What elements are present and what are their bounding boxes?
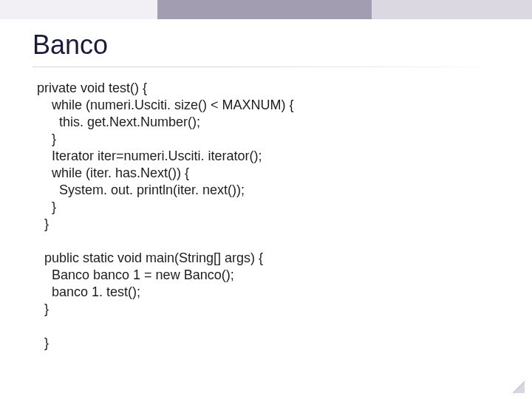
- code-block: private void test() { while (numeri.Usci…: [37, 80, 294, 352]
- header-stripe: [0, 0, 532, 19]
- header-stripe-seg-2: [157, 0, 372, 19]
- corner-fold-icon: [513, 381, 525, 393]
- title-underline: [33, 66, 502, 67]
- slide-title: Banco: [33, 30, 108, 61]
- header-stripe-seg-1: [0, 0, 157, 19]
- header-stripe-seg-3: [372, 0, 532, 19]
